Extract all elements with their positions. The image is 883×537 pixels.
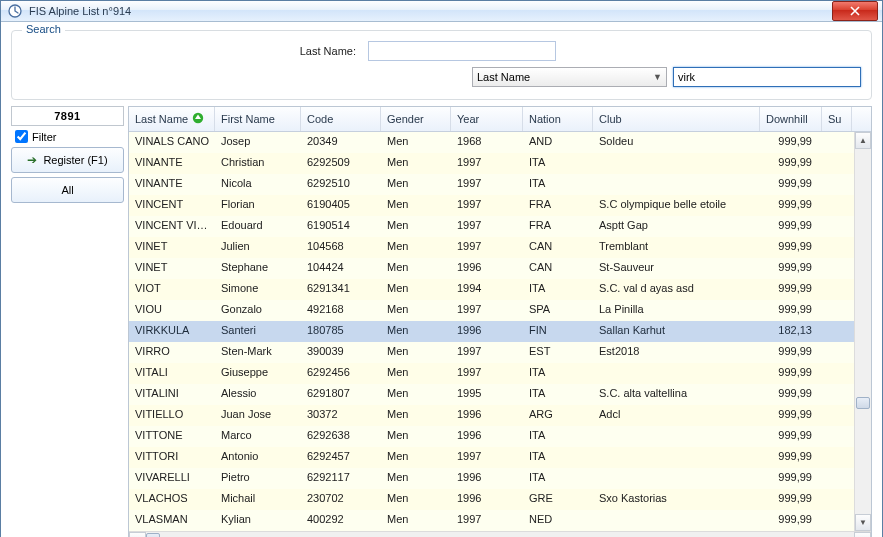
cell: VINCENT xyxy=(129,195,215,216)
cell: Florian xyxy=(215,195,301,216)
table-row[interactable]: VINETStephane104424Men1996CANSt-Sauveur9… xyxy=(129,258,871,279)
cell: ITA xyxy=(523,426,593,447)
cell xyxy=(593,153,760,174)
table-row[interactable]: VIVARELLIPietro6292117Men1996ITA999,99 xyxy=(129,468,871,489)
cell: CAN xyxy=(523,237,593,258)
table-row[interactable]: VINCENT VIVANEdouard6190514Men1997FRAAsp… xyxy=(129,216,871,237)
cell: Men xyxy=(381,510,451,531)
table-row[interactable]: VITALINIAlessio6291807Men1995ITAS.C. alt… xyxy=(129,384,871,405)
column-header[interactable]: First Name xyxy=(215,107,301,131)
horizontal-scrollbar[interactable]: ◀ ▶ xyxy=(129,531,871,537)
cell xyxy=(822,405,852,426)
cell: 1997 xyxy=(451,300,523,321)
column-header[interactable]: Downhill xyxy=(760,107,822,131)
all-button[interactable]: All xyxy=(11,177,124,203)
cell: 30372 xyxy=(301,405,381,426)
table-row[interactable]: VLASMANKylian400292Men1997NED999,99 xyxy=(129,510,871,531)
cell xyxy=(822,216,852,237)
table-row[interactable]: VINALS CANOJosep20349Men1968ANDSoldeu999… xyxy=(129,132,871,153)
search-field-combo[interactable]: Last Name ▼ xyxy=(472,67,667,87)
column-header[interactable]: Nation xyxy=(523,107,593,131)
last-name-input[interactable] xyxy=(368,41,556,61)
cell: ITA xyxy=(523,153,593,174)
table-row[interactable]: VITTONEMarco6292638Men1996ITA999,99 xyxy=(129,426,871,447)
table-row[interactable]: VINCENTFlorian6190405Men1997FRAS.C olymp… xyxy=(129,195,871,216)
cell: 230702 xyxy=(301,489,381,510)
cell: Men xyxy=(381,300,451,321)
cell: Men xyxy=(381,363,451,384)
vertical-scrollbar[interactable]: ▲ ▼ xyxy=(854,132,871,531)
all-button-label: All xyxy=(61,184,73,196)
filter-checkbox[interactable] xyxy=(15,130,28,143)
cell: 999,99 xyxy=(760,258,822,279)
table-row[interactable]: VINANTENicola6292510Men1997ITA999,99 xyxy=(129,174,871,195)
cell: 999,99 xyxy=(760,510,822,531)
scroll-thumb[interactable] xyxy=(856,397,870,409)
cell: 6292457 xyxy=(301,447,381,468)
column-header[interactable]: Gender xyxy=(381,107,451,131)
main-area: 7891 Filter ➔ Register (F1) All Last Nam… xyxy=(11,106,872,537)
cell: 1996 xyxy=(451,426,523,447)
filter-checkbox-row[interactable]: Filter xyxy=(11,130,124,143)
column-header[interactable]: Su xyxy=(822,107,852,131)
chevron-down-icon: ▼ xyxy=(653,72,662,82)
cell xyxy=(822,258,852,279)
cell: 6292456 xyxy=(301,363,381,384)
table-row[interactable]: VIOUGonzalo492168Men1997SPALa Pinilla999… xyxy=(129,300,871,321)
titlebar[interactable]: FIS Alpine List n°914 xyxy=(1,1,882,22)
cell: Men xyxy=(381,321,451,342)
cell: 1997 xyxy=(451,447,523,468)
table-row[interactable]: VITIELLOJuan Jose30372Men1996ARGAdcl999,… xyxy=(129,405,871,426)
scroll-left-button[interactable]: ◀ xyxy=(129,532,146,537)
cell xyxy=(822,132,852,153)
cell: Men xyxy=(381,237,451,258)
cell: 999,99 xyxy=(760,195,822,216)
cell: 104568 xyxy=(301,237,381,258)
scroll-track[interactable] xyxy=(855,149,871,514)
hscroll-track[interactable] xyxy=(146,532,854,537)
table-row[interactable]: VINANTEChristian6292509Men1997ITA999,99 xyxy=(129,153,871,174)
cell: EST xyxy=(523,342,593,363)
cell xyxy=(593,468,760,489)
column-header[interactable]: Code xyxy=(301,107,381,131)
cell: Men xyxy=(381,279,451,300)
cell xyxy=(822,489,852,510)
table-row[interactable]: VIOTSimone6291341Men1994ITAS.C. val d ay… xyxy=(129,279,871,300)
column-header[interactable]: Last Name xyxy=(129,107,215,131)
column-header[interactable]: Year xyxy=(451,107,523,131)
cell: 1997 xyxy=(451,153,523,174)
register-button[interactable]: ➔ Register (F1) xyxy=(11,147,124,173)
cell: Edouard xyxy=(215,216,301,237)
data-grid[interactable]: Last NameFirst NameCodeGenderYearNationC… xyxy=(128,106,872,537)
table-row[interactable]: VITTORIAntonio6292457Men1997ITA999,99 xyxy=(129,447,871,468)
cell: VINET xyxy=(129,258,215,279)
search-field-combo-value: Last Name xyxy=(477,71,530,83)
close-button[interactable] xyxy=(832,1,878,21)
scroll-up-button[interactable]: ▲ xyxy=(855,132,871,149)
cell: 1997 xyxy=(451,510,523,531)
scroll-right-button[interactable]: ▶ xyxy=(854,532,871,537)
table-row[interactable]: VINETJulien104568Men1997CANTremblant999,… xyxy=(129,237,871,258)
cell xyxy=(822,468,852,489)
table-row[interactable]: VLACHOSMichail230702Men1996GRESxo Kastor… xyxy=(129,489,871,510)
search-filter-input[interactable] xyxy=(673,67,861,87)
cell: Men xyxy=(381,405,451,426)
cell: Men xyxy=(381,174,451,195)
cell xyxy=(822,510,852,531)
table-row[interactable]: VIRROSten-Mark390039Men1997ESTEst2018999… xyxy=(129,342,871,363)
cell: VITTORI xyxy=(129,447,215,468)
app-icon xyxy=(7,3,23,19)
cell: AND xyxy=(523,132,593,153)
table-row[interactable]: VITALIGiuseppe6292456Men1997ITA999,99 xyxy=(129,363,871,384)
cell xyxy=(822,237,852,258)
hscroll-thumb[interactable] xyxy=(146,533,160,537)
column-header[interactable]: Club xyxy=(593,107,760,131)
cell: Stephane xyxy=(215,258,301,279)
scroll-down-button[interactable]: ▼ xyxy=(855,514,871,531)
cell: 6190514 xyxy=(301,216,381,237)
table-row[interactable]: VIRKKULASanteri180785Men1996FINSallan Ka… xyxy=(129,321,871,342)
cell xyxy=(593,174,760,195)
cell xyxy=(593,363,760,384)
cell: 999,99 xyxy=(760,405,822,426)
grid-body[interactable]: VINALS CANOJosep20349Men1968ANDSoldeu999… xyxy=(129,132,871,531)
